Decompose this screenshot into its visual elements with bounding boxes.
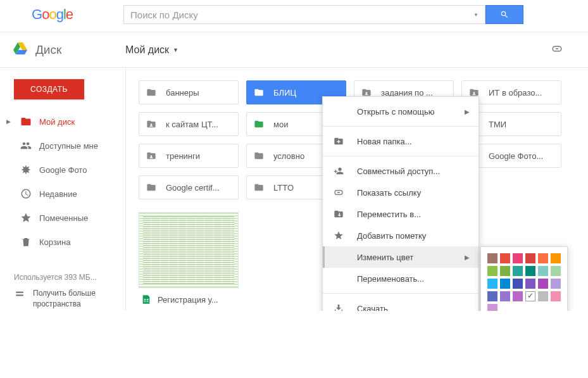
folder-icon [253, 182, 265, 192]
expand-icon[interactable]: ▶ [6, 118, 13, 125]
chevron-right-icon: ▶ [465, 108, 470, 115]
drive-label: Диск [35, 43, 61, 57]
folder-item[interactable]: баннеры [139, 80, 239, 104]
move-icon [334, 209, 344, 219]
color-swatch[interactable] [538, 279, 548, 289]
ctx-download[interactable]: Скачать [323, 298, 479, 311]
drive-icon [13, 41, 28, 58]
separator [323, 126, 479, 127]
folder-icon [253, 119, 265, 129]
color-swatch[interactable] [551, 279, 561, 289]
breadcrumb[interactable]: Мой диск ▼ [125, 44, 178, 56]
svg-point-1 [473, 92, 475, 94]
chevron-down-icon: ▼ [173, 47, 178, 53]
trash-icon [20, 236, 32, 248]
color-swatch[interactable] [487, 304, 497, 311]
upgrade-storage-link[interactable]: Получить больше пространства [14, 288, 125, 310]
separator [323, 156, 479, 156]
search-options-icon[interactable]: ▼ [473, 12, 479, 18]
color-swatch[interactable] [525, 253, 535, 263]
file-thumbnail [139, 212, 239, 288]
sidebar-item-trash[interactable]: Корзина [0, 230, 125, 254]
shared-folder-icon [146, 151, 157, 161]
color-swatch[interactable] [487, 266, 497, 276]
color-swatch[interactable] [513, 291, 523, 301]
sidebar-item-photos[interactable]: Google Фото [0, 158, 125, 182]
app-header: Google ▼ [0, 0, 588, 32]
color-swatch[interactable] [487, 253, 497, 263]
folder-icon [253, 87, 265, 98]
ctx-rename[interactable]: Переименовать... [323, 268, 479, 289]
color-swatch[interactable] [500, 266, 510, 276]
link-icon [551, 43, 563, 54]
color-swatch[interactable] [500, 291, 510, 301]
get-link-button[interactable] [551, 43, 563, 56]
color-swatch[interactable] [513, 279, 523, 289]
color-swatch[interactable] [551, 291, 561, 301]
color-swatch[interactable] [538, 266, 548, 276]
separator [323, 293, 479, 294]
drive-logo[interactable]: Диск [13, 41, 125, 58]
search-icon [500, 10, 509, 19]
create-button[interactable]: СОЗДАТЬ [14, 79, 84, 99]
storage-info: Используется 393 МБ... [14, 273, 125, 282]
sidebar-item-starred[interactable]: Помеченные [0, 206, 125, 230]
ctx-new-folder[interactable]: Новая папка... [323, 130, 479, 152]
color-swatch[interactable] [500, 279, 510, 289]
folder-icon [146, 87, 157, 98]
folder-icon [146, 182, 157, 192]
file-item[interactable]: Регистрация у... [139, 212, 239, 311]
search-button[interactable] [485, 5, 523, 24]
sidebar-item-shared[interactable]: Доступные мне [0, 134, 125, 158]
storage-icon [14, 289, 25, 298]
sidebar-item-recent[interactable]: Недавние [0, 182, 125, 206]
people-icon [20, 140, 32, 151]
subheader: Диск Мой диск ▼ [0, 32, 588, 68]
search-input[interactable] [130, 9, 473, 20]
google-logo[interactable]: Google [32, 6, 73, 23]
svg-point-2 [151, 123, 153, 125]
color-swatch[interactable] [538, 253, 548, 263]
color-swatch[interactable] [487, 291, 497, 301]
sidebar-item-my-drive[interactable]: ▶ Мой диск [0, 110, 125, 134]
search-box[interactable]: ▼ [123, 5, 485, 24]
color-swatch[interactable] [551, 266, 561, 276]
folder-item[interactable]: тренинги [139, 144, 239, 168]
ctx-star[interactable]: Добавить пометку [323, 225, 479, 246]
color-swatch[interactable] [500, 253, 510, 263]
search-wrap: ▼ [123, 5, 523, 24]
ctx-get-link[interactable]: Показать ссылку [323, 182, 479, 203]
color-swatch[interactable] [538, 291, 548, 301]
content-area: баннеры БЛИЦ задания по ... ИТ в образо.… [125, 68, 588, 311]
color-swatch[interactable] [525, 279, 535, 289]
link-icon [334, 187, 344, 198]
new-folder-icon [334, 136, 344, 146]
svg-point-4 [151, 155, 153, 157]
color-picker-menu [480, 246, 568, 311]
chevron-right-icon: ▶ [465, 254, 470, 261]
color-swatch[interactable] [525, 291, 535, 301]
folder-icon [20, 116, 32, 127]
person-add-icon [334, 166, 344, 176]
color-swatch[interactable] [551, 253, 561, 263]
color-swatch[interactable] [513, 253, 523, 263]
svg-point-0 [366, 92, 368, 94]
ctx-share[interactable]: Совместный доступ... [323, 160, 479, 182]
star-icon [334, 230, 344, 241]
main: СОЗДАТЬ ▶ Мой диск Доступные мне Google … [0, 68, 588, 311]
clock-icon [20, 188, 32, 199]
folder-item[interactable]: Google certif... [139, 175, 239, 199]
ctx-change-color[interactable]: Изменить цвет▶ [323, 246, 479, 268]
color-swatch[interactable] [525, 266, 535, 276]
ctx-move[interactable]: Переместить в... [323, 203, 479, 225]
folder-item[interactable]: к сайтам ЦТ... [139, 112, 239, 136]
sheets-icon [141, 294, 151, 305]
shared-folder-icon [146, 119, 157, 129]
folder-icon [253, 151, 265, 161]
download-icon [334, 303, 344, 311]
breadcrumb-label: Мой диск [125, 44, 169, 56]
photos-icon [20, 164, 32, 175]
color-swatch[interactable] [487, 279, 497, 289]
color-swatch[interactable] [513, 266, 523, 276]
ctx-open-with[interactable]: Открыть с помощью▶ [323, 101, 479, 122]
